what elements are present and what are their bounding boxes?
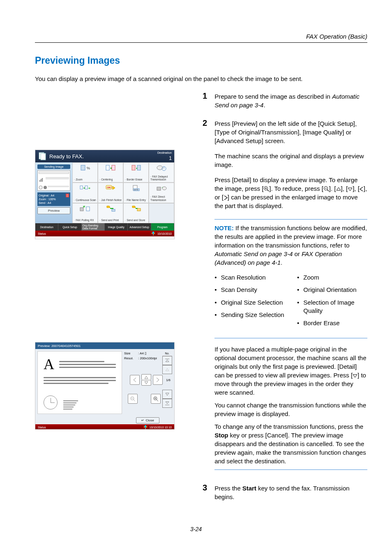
zoom-in-button[interactable] [151, 394, 161, 404]
bullet-item: Sending Size Selection [214, 311, 285, 319]
preview-canvas: A [37, 351, 122, 414]
letter-a-icon: A [44, 356, 54, 373]
close-button[interactable]: ↵Close [136, 417, 159, 423]
down-icon [353, 374, 357, 378]
destination-count: 1 [169, 155, 172, 161]
nav-up-button[interactable] [141, 374, 151, 380]
step-3-num: 3 [203, 483, 207, 501]
bullet-item: Original Size Selection [214, 298, 285, 307]
cell-send-print[interactable]: Send and Print [98, 203, 123, 223]
cell-centering[interactable]: ✦Centering [98, 162, 123, 183]
status-date: 10/10/2010 [157, 232, 172, 235]
mic-icon [152, 231, 155, 236]
preview-title: Preview: 2007040410574501 [35, 342, 174, 349]
svg-rect-12 [132, 165, 135, 170]
tab-destination[interactable]: Destination [35, 223, 58, 231]
down-icon [348, 187, 353, 191]
right-icon [224, 195, 228, 200]
svg-text:➔: ➔ [88, 187, 90, 190]
svg-text:A OK: A OK [134, 189, 138, 191]
svg-rect-49 [144, 426, 145, 428]
step-2-body: Press [Preview] on the left side of the … [214, 118, 367, 474]
cell-empty [149, 203, 174, 223]
page-up-button[interactable] [162, 365, 172, 374]
intro-text: You can display a preview image of a sca… [35, 75, 367, 82]
orient-icon: ▯ [66, 194, 69, 197]
doc-icon [39, 152, 46, 160]
page-number: 3-24 [0, 526, 392, 532]
cell-fax-polling[interactable]: ⇄FAX Polling RX [72, 203, 98, 223]
option-grid: %Zoom ✦Centering ✦Border Erase FAX Delay… [72, 162, 174, 223]
up-icon [336, 187, 341, 191]
tab-advanced-setup[interactable]: Advanced Setup [128, 223, 151, 231]
enter-icon: ↵ [141, 419, 144, 422]
bullet-item: Border Erase [297, 319, 367, 327]
svg-text:⇄: ⇄ [83, 206, 85, 208]
bullet-item: Original Orientation [297, 286, 367, 294]
svg-line-58 [327, 190, 329, 192]
preview-screenshot: Preview: 2007040410574501 A [35, 342, 175, 430]
header-rule [35, 42, 367, 43]
cell-continuous-scan[interactable]: ✦➔Continuous Scan [72, 183, 98, 203]
svg-rect-35 [152, 231, 154, 234]
svg-rect-38 [153, 234, 154, 236]
svg-point-29 [162, 187, 166, 190]
svg-rect-1 [41, 153, 46, 160]
multi-p2: You cannot change the transmission funct… [214, 401, 367, 418]
svg-rect-2 [39, 180, 40, 182]
tab-program[interactable]: Program [151, 223, 174, 231]
note-text: NOTE: If the transmission functions belo… [214, 224, 367, 267]
tab-quick-setup[interactable]: Quick Setup [58, 223, 81, 231]
svg-rect-3 [41, 179, 42, 182]
cell-border-erase[interactable]: ✦Border Erase [123, 162, 149, 183]
page-bottom-button[interactable] [162, 399, 172, 408]
cell-fax-delayed[interactable]: FAX Delayed Transmission [149, 162, 174, 183]
cell-zoom[interactable]: %Zoom [72, 162, 98, 183]
svg-line-46 [157, 400, 158, 401]
svg-rect-20 [85, 186, 88, 189]
svg-rect-14 [137, 165, 141, 170]
preview-button[interactable]: Preview [37, 207, 70, 214]
status-label[interactable]: Status [38, 232, 46, 235]
svg-text:%: % [87, 166, 90, 170]
meta-block: Original : A4 ▯ Zoom : 100% Send : A4 [37, 192, 70, 206]
cell-job-finish[interactable]: OK!Job Finish Notice [98, 183, 123, 203]
tab-image-quality[interactable]: Image Quality [105, 223, 128, 231]
svg-text:OK!: OK! [107, 186, 111, 189]
svg-rect-32 [86, 207, 90, 211]
bullet-item: Zoom [297, 273, 367, 282]
step-1-body: Prepare to send the image as described i… [214, 91, 367, 109]
zoom-out-icon [323, 186, 329, 192]
page-down-button[interactable] [162, 390, 172, 399]
svg-rect-30 [80, 208, 83, 211]
svg-rect-51 [145, 428, 146, 429]
svg-rect-27 [157, 187, 161, 190]
ready-title: Ready to FAX. [49, 153, 84, 160]
bullet-list: Scan Resolution Scan Density Original Si… [214, 273, 367, 331]
resol-label: Resol. [124, 356, 138, 361]
bullet-item: Scan Resolution [214, 273, 285, 282]
nav-down-button[interactable] [141, 380, 151, 386]
nav-left-button[interactable] [130, 375, 140, 385]
cell-fax-direct[interactable]: ✦FAX Direct Transmission [149, 183, 174, 203]
svg-rect-50 [146, 426, 147, 428]
status-label[interactable]: Status [38, 426, 46, 429]
tab-org-sending[interactable]: Org./Sending Data Format [82, 223, 105, 231]
status-date: 10/10/2010 10:10 [150, 426, 172, 429]
svg-line-42 [134, 400, 135, 401]
svg-rect-7 [81, 165, 85, 170]
page-title: Previewing Images [35, 55, 367, 66]
svg-point-5 [39, 186, 42, 189]
svg-line-55 [267, 190, 269, 192]
destination-label: Destination [157, 151, 172, 154]
mic-icon [144, 425, 147, 429]
bullet-item: Scan Density [214, 286, 285, 294]
cell-file-name[interactable]: A OKFile Name Entry [123, 183, 149, 203]
page-top-button[interactable] [162, 356, 172, 365]
nav-right-button[interactable] [153, 375, 163, 385]
svg-rect-9 [106, 165, 109, 170]
svg-point-6 [44, 186, 47, 189]
cell-send-store[interactable]: Send and Store [123, 203, 149, 223]
zoom-out-button[interactable] [128, 394, 138, 404]
svg-rect-34 [137, 208, 141, 211]
